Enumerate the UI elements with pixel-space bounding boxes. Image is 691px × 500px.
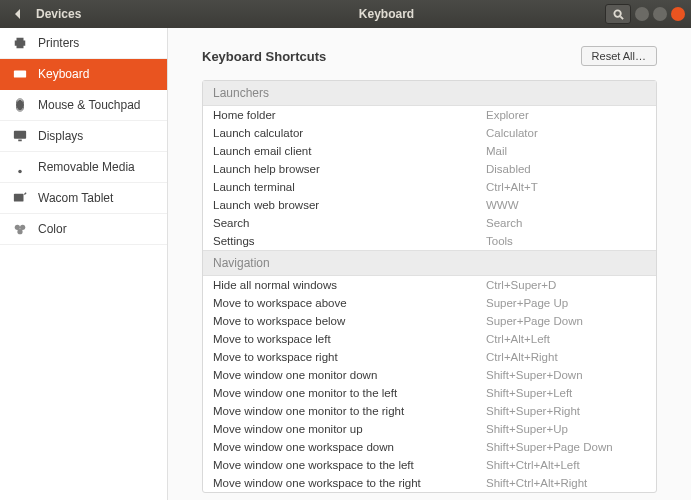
shortcut-label: Move to workspace below bbox=[213, 315, 486, 327]
close-button[interactable] bbox=[671, 7, 685, 21]
sidebar-item-label: Wacom Tablet bbox=[38, 191, 113, 205]
shortcut-row[interactable]: Launch calculatorCalculator bbox=[203, 124, 656, 142]
shortcut-row[interactable]: Launch help browserDisabled bbox=[203, 160, 656, 178]
sidebar-item-label: Printers bbox=[38, 36, 79, 50]
sidebar-item-color[interactable]: Color bbox=[0, 214, 167, 245]
shortcuts-panel: LaunchersHome folderExplorerLaunch calcu… bbox=[202, 80, 657, 493]
shortcut-accelerator: Ctrl+Super+D bbox=[486, 279, 646, 291]
svg-point-15 bbox=[17, 229, 22, 234]
display-icon bbox=[12, 128, 28, 144]
shortcut-accelerator: Tools bbox=[486, 235, 646, 247]
page-title: Keyboard Shortcuts bbox=[202, 49, 326, 64]
shortcut-accelerator: Search bbox=[486, 217, 646, 229]
shortcut-row[interactable]: Launch terminalCtrl+Alt+T bbox=[203, 178, 656, 196]
sidebar-item-keyboard[interactable]: Keyboard bbox=[0, 59, 167, 90]
shortcut-label: Move window one workspace down bbox=[213, 441, 486, 453]
svg-point-10 bbox=[18, 170, 22, 174]
svg-rect-5 bbox=[21, 72, 22, 73]
shortcut-row[interactable]: Move window one monitor downShift+Super+… bbox=[203, 366, 656, 384]
shortcut-accelerator: Explorer bbox=[486, 109, 646, 121]
shortcut-label: Move window one monitor up bbox=[213, 423, 486, 435]
back-button[interactable] bbox=[0, 9, 36, 19]
tablet-icon bbox=[12, 190, 28, 206]
svg-rect-2 bbox=[14, 71, 26, 78]
shortcut-row[interactable]: Move window one workspace to the rightSh… bbox=[203, 474, 656, 492]
color-icon bbox=[12, 221, 28, 237]
shortcut-accelerator: Calculator bbox=[486, 127, 646, 139]
shortcut-accelerator: Shift+Super+Up bbox=[486, 423, 646, 435]
shortcut-accelerator: Super+Page Down bbox=[486, 315, 646, 327]
sidebar-item-wacom-tablet[interactable]: Wacom Tablet bbox=[0, 183, 167, 214]
svg-rect-3 bbox=[16, 72, 17, 73]
shortcut-row[interactable]: Move window one workspace downShift+Supe… bbox=[203, 438, 656, 456]
svg-line-1 bbox=[620, 16, 623, 19]
shortcut-label: Move to workspace right bbox=[213, 351, 486, 363]
titlebar-center-title: Keyboard bbox=[168, 7, 605, 21]
sidebar-item-mouse-touchpad[interactable]: Mouse & Touchpad bbox=[0, 90, 167, 121]
svg-point-7 bbox=[17, 100, 24, 111]
sidebar-item-label: Color bbox=[38, 222, 67, 236]
sidebar-item-displays[interactable]: Displays bbox=[0, 121, 167, 152]
shortcut-row[interactable]: Move to workspace belowSuper+Page Down bbox=[203, 312, 656, 330]
titlebar-left-title: Devices bbox=[36, 7, 81, 21]
sidebar-item-label: Displays bbox=[38, 129, 83, 143]
shortcut-accelerator: Ctrl+Alt+Left bbox=[486, 333, 646, 345]
shortcut-accelerator: Mail bbox=[486, 145, 646, 157]
shortcut-label: Search bbox=[213, 217, 486, 229]
shortcut-row[interactable]: Hide all normal windowsCtrl+Super+D bbox=[203, 276, 656, 294]
shortcut-accelerator: Shift+Ctrl+Alt+Right bbox=[486, 477, 646, 489]
shortcut-accelerator: Super+Page Up bbox=[486, 297, 646, 309]
titlebar: Devices Keyboard bbox=[0, 0, 691, 28]
section-header-navigation: Navigation bbox=[203, 250, 656, 276]
shortcut-accelerator: WWW bbox=[486, 199, 646, 211]
shortcut-row[interactable]: Move window one monitor to the rightShif… bbox=[203, 402, 656, 420]
printer-icon bbox=[12, 35, 28, 51]
shortcut-row[interactable]: SearchSearch bbox=[203, 214, 656, 232]
shortcut-label: Move window one monitor down bbox=[213, 369, 486, 381]
shortcut-label: Launch web browser bbox=[213, 199, 486, 211]
usb-icon bbox=[12, 159, 28, 175]
svg-rect-6 bbox=[17, 75, 24, 76]
shortcut-row[interactable]: SettingsTools bbox=[203, 232, 656, 250]
shortcut-row[interactable]: Move to workspace aboveSuper+Page Up bbox=[203, 294, 656, 312]
shortcut-label: Launch calculator bbox=[213, 127, 486, 139]
shortcut-accelerator: Shift+Super+Down bbox=[486, 369, 646, 381]
shortcut-row[interactable]: Move window one workspace to the leftShi… bbox=[203, 456, 656, 474]
shortcut-label: Launch help browser bbox=[213, 163, 486, 175]
shortcut-row[interactable]: Move to workspace leftCtrl+Alt+Left bbox=[203, 330, 656, 348]
shortcut-label: Move window one monitor to the left bbox=[213, 387, 486, 399]
shortcut-label: Launch email client bbox=[213, 145, 486, 157]
sidebar-item-label: Keyboard bbox=[38, 67, 89, 81]
shortcut-accelerator: Shift+Super+Right bbox=[486, 405, 646, 417]
shortcut-label: Move to workspace left bbox=[213, 333, 486, 345]
shortcut-row[interactable]: Move to workspace rightCtrl+Alt+Right bbox=[203, 348, 656, 366]
shortcut-accelerator: Ctrl+Alt+Right bbox=[486, 351, 646, 363]
shortcut-label: Launch terminal bbox=[213, 181, 486, 193]
svg-line-12 bbox=[24, 193, 26, 195]
shortcut-label: Move to workspace above bbox=[213, 297, 486, 309]
maximize-button[interactable] bbox=[653, 7, 667, 21]
shortcut-row[interactable]: Move window one monitor to the leftShift… bbox=[203, 384, 656, 402]
shortcut-row[interactable]: Launch web browserWWW bbox=[203, 196, 656, 214]
svg-point-0 bbox=[614, 10, 620, 16]
minimize-button[interactable] bbox=[635, 7, 649, 21]
shortcut-label: Move window one workspace to the right bbox=[213, 477, 486, 489]
sidebar-item-printers[interactable]: Printers bbox=[0, 28, 167, 59]
shortcut-row[interactable]: Home folderExplorer bbox=[203, 106, 656, 124]
mouse-icon bbox=[12, 97, 28, 113]
content-pane[interactable]: Keyboard Shortcuts Reset All… LaunchersH… bbox=[168, 28, 691, 500]
shortcut-row[interactable]: Launch email clientMail bbox=[203, 142, 656, 160]
search-button[interactable] bbox=[605, 4, 631, 24]
svg-rect-9 bbox=[18, 140, 22, 142]
svg-rect-8 bbox=[14, 131, 26, 139]
shortcut-row[interactable]: Move window one monitor upShift+Super+Up bbox=[203, 420, 656, 438]
sidebar: PrintersKeyboardMouse & TouchpadDisplays… bbox=[0, 28, 168, 500]
sidebar-item-removable-media[interactable]: Removable Media bbox=[0, 152, 167, 183]
sidebar-item-label: Mouse & Touchpad bbox=[38, 98, 141, 112]
svg-rect-11 bbox=[14, 194, 24, 202]
reset-all-button[interactable]: Reset All… bbox=[581, 46, 657, 66]
shortcut-label: Hide all normal windows bbox=[213, 279, 486, 291]
shortcut-label: Home folder bbox=[213, 109, 486, 121]
shortcut-accelerator: Disabled bbox=[486, 163, 646, 175]
sidebar-item-label: Removable Media bbox=[38, 160, 135, 174]
